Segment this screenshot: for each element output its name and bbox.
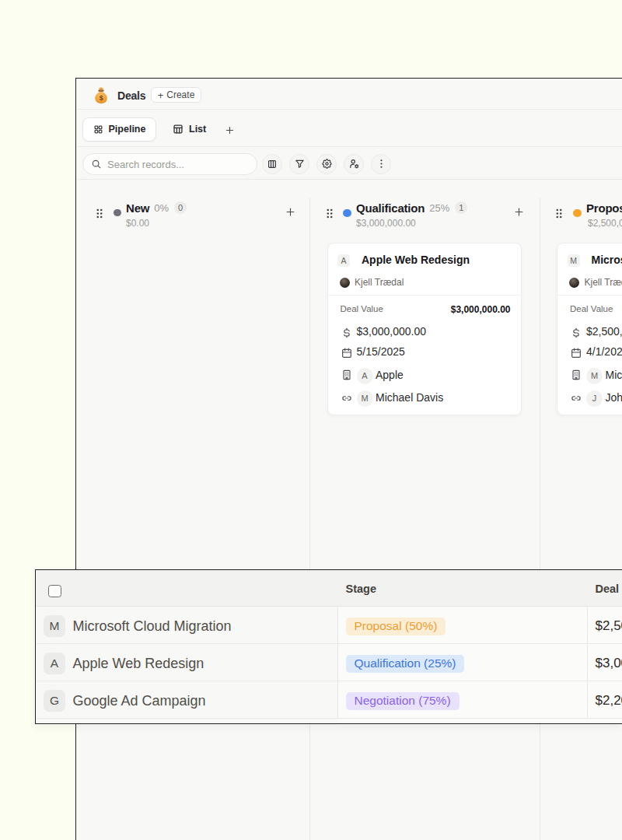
svg-text:$: $ (100, 93, 103, 101)
